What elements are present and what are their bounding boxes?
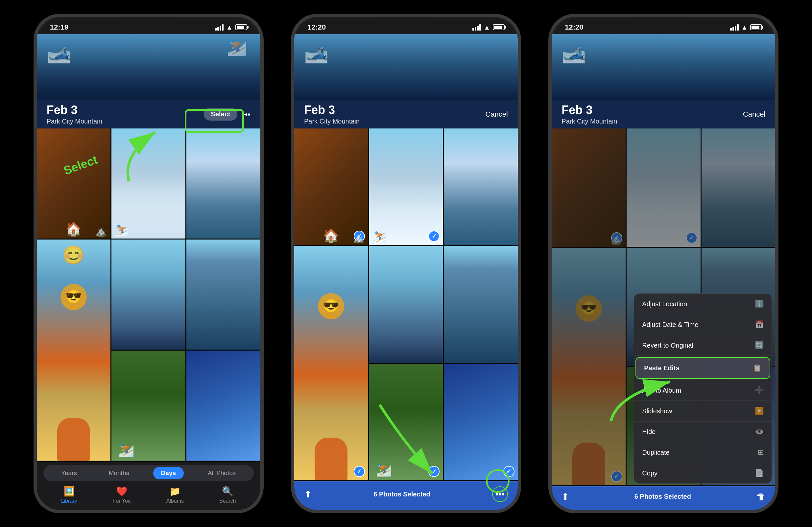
- paste-edits-label: Paste Edits: [644, 364, 680, 372]
- more-circle-2[interactable]: •••: [492, 486, 508, 502]
- tab-bar-1: Years Months Days All Photos 🖼️ Library …: [37, 462, 260, 510]
- more-button-1[interactable]: •••: [242, 110, 250, 119]
- photo-2-8[interactable]: ✓: [444, 364, 518, 480]
- context-menu: Adjust Location ℹ️ Adjust Date & Time 📅 …: [634, 293, 772, 484]
- for-you-icon: ❤️: [116, 486, 128, 497]
- paste-edits-icon: 📋: [753, 364, 762, 372]
- select-button[interactable]: Select: [204, 108, 238, 121]
- library-label: Library: [61, 498, 77, 504]
- wifi-icon-2: ▲: [483, 24, 490, 31]
- add-to-album-label: Add to Album: [642, 387, 681, 394]
- header-row-3: Feb 3 Park City Mountain Cancel: [562, 103, 765, 125]
- photo-3-3[interactable]: [701, 129, 775, 247]
- all-photos-btn[interactable]: All Photos: [200, 467, 244, 479]
- photo-1-1[interactable]: 🏠: [37, 129, 111, 239]
- date-2: Feb 3: [304, 103, 360, 117]
- photo-1-7[interactable]: ⛷️: [112, 350, 185, 461]
- notch-3: [637, 17, 690, 30]
- menu-revert-original[interactable]: Revert to Original 🔄: [634, 335, 771, 356]
- hide-label: Hide: [642, 428, 655, 436]
- check-4-2: ✓: [354, 466, 365, 477]
- years-btn[interactable]: Years: [53, 467, 85, 479]
- photo-1-4[interactable]: 😊 😎: [37, 240, 111, 461]
- photo-2-7[interactable]: ⛷️ ✓: [369, 364, 443, 480]
- share-icon-2[interactable]: ⬆: [304, 489, 311, 500]
- photo-2-6[interactable]: [444, 246, 518, 363]
- search-label: Search: [219, 498, 236, 504]
- tab-search[interactable]: 🔍 Search: [219, 486, 236, 504]
- share-icon-3[interactable]: ⬆: [562, 491, 569, 502]
- albums-icon: 📁: [169, 486, 181, 497]
- status-icons-3: ▲: [730, 24, 763, 31]
- search-icon-nav: 🔍: [222, 486, 233, 497]
- copy-label: Copy: [642, 469, 657, 477]
- tab-albums[interactable]: 📁 Albums: [166, 486, 184, 504]
- status-icons-1: ▲: [215, 24, 247, 31]
- header-row-1: Feb 3 Park City Mountain Select •••: [47, 103, 250, 125]
- photo-3-1[interactable]: ✓: [552, 129, 626, 247]
- hero-image-1: 🎿 ⛷️: [37, 34, 260, 100]
- action-bar-3: ⬆ 6 Photos Selected 🗑: [552, 486, 775, 510]
- photo-2-2[interactable]: ⛷️ ✓: [369, 129, 443, 245]
- photo-2-1[interactable]: 🏠 ✓: [294, 129, 368, 245]
- header-3: Feb 3 Park City Mountain Cancel: [552, 100, 775, 129]
- photo-2-4[interactable]: 😎 ✓: [294, 246, 368, 480]
- photo-1-6[interactable]: [186, 240, 260, 350]
- photo-2-3[interactable]: [444, 129, 518, 245]
- location-3: Park City Mountain: [562, 118, 617, 125]
- menu-add-to-album[interactable]: Add to Album ➕: [634, 380, 771, 401]
- photos-selected-3: 6 Photos Selected: [635, 493, 691, 500]
- menu-slideshow[interactable]: Slideshow ▶️: [634, 401, 771, 422]
- adjust-date-time-icon: 📅: [755, 320, 764, 329]
- hero-bg-2: 🎿: [294, 34, 518, 100]
- slideshow-label: Slideshow: [642, 407, 672, 415]
- trash-icon-3[interactable]: 🗑: [756, 491, 765, 502]
- notch-1: [122, 17, 175, 30]
- time-2: 12:20: [307, 23, 326, 32]
- days-btn[interactable]: Days: [153, 467, 184, 479]
- photo-1-5[interactable]: [112, 240, 185, 350]
- header-2: Feb 3 Park City Mountain Cancel: [294, 100, 518, 129]
- slideshow-icon: ▶️: [755, 407, 764, 415]
- duplicate-icon: ⊞: [758, 448, 764, 457]
- menu-adjust-location[interactable]: Adjust Location ℹ️: [634, 294, 771, 314]
- more-dots-2: •••: [495, 489, 504, 499]
- menu-hide[interactable]: Hide 👁️: [634, 422, 771, 442]
- battery-icon-3: [750, 24, 762, 30]
- albums-label: Albums: [166, 498, 184, 504]
- photo-2-5[interactable]: [369, 246, 443, 363]
- header-buttons-1: Select •••: [204, 108, 250, 121]
- photo-3-4[interactable]: 😎 ✓: [552, 248, 626, 485]
- tab-library[interactable]: 🖼️ Library: [61, 486, 77, 504]
- cancel-button-3[interactable]: Cancel: [743, 110, 765, 119]
- adjust-location-label: Adjust Location: [642, 300, 687, 308]
- months-btn[interactable]: Months: [101, 467, 137, 479]
- library-icon: 🖼️: [63, 486, 75, 497]
- photo-1-2[interactable]: ⛷️: [112, 129, 185, 239]
- for-you-label: For You: [113, 498, 131, 504]
- action-bar-2: ⬆ 6 Photos Selected •••: [294, 481, 518, 510]
- menu-adjust-date-time[interactable]: Adjust Date & Time 📅: [634, 314, 771, 335]
- notch-2: [380, 17, 432, 30]
- date-3: Feb 3: [562, 103, 617, 117]
- header-text-1: Feb 3 Park City Mountain: [47, 103, 102, 125]
- photo-1-8[interactable]: [186, 350, 260, 461]
- photo-1-3[interactable]: [186, 129, 260, 239]
- menu-duplicate[interactable]: Duplicate ⊞: [634, 442, 771, 463]
- photo-3-2[interactable]: ✓: [627, 129, 700, 247]
- check-2-3: ✓: [686, 232, 697, 243]
- hide-icon: 👁️: [755, 427, 764, 436]
- menu-copy[interactable]: Copy 📄: [634, 463, 771, 483]
- revert-original-label: Revert to Original: [642, 342, 693, 349]
- menu-paste-edits[interactable]: Paste Edits 📋: [636, 357, 770, 379]
- time-1: 12:19: [50, 23, 68, 32]
- battery-icon-1: [235, 24, 247, 30]
- hero-image-2: 🎿: [294, 34, 518, 100]
- nav-tabs-1: 🖼️ Library ❤️ For You 📁 Albums 🔍 Search: [43, 486, 254, 504]
- cancel-button-2[interactable]: Cancel: [485, 110, 508, 119]
- tab-for-you[interactable]: ❤️ For You: [113, 486, 131, 504]
- signal-icon-3: [730, 24, 739, 31]
- battery-icon-2: [493, 24, 505, 30]
- duplicate-label: Duplicate: [642, 449, 669, 456]
- revert-original-icon: 🔄: [755, 341, 764, 350]
